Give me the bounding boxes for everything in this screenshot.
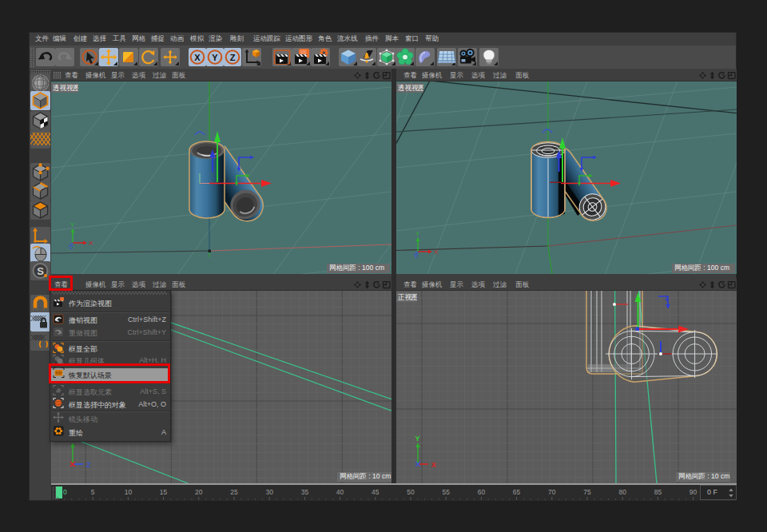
svg-text:Z: Z xyxy=(230,53,236,62)
svg-text:Y: Y xyxy=(415,230,420,237)
svg-text:X: X xyxy=(89,240,93,247)
svg-text:X: X xyxy=(434,248,439,256)
svg-text:Z: Z xyxy=(70,244,74,251)
svg-text:Y: Y xyxy=(70,221,75,228)
svg-text:X: X xyxy=(194,53,201,62)
svg-text:Z: Z xyxy=(86,461,91,469)
svg-text:X: X xyxy=(431,461,436,469)
svg-text:Y: Y xyxy=(212,53,218,62)
svg-text:Z: Z xyxy=(415,252,419,260)
svg-text:S: S xyxy=(37,265,44,277)
svg-text:Y: Y xyxy=(415,435,420,443)
